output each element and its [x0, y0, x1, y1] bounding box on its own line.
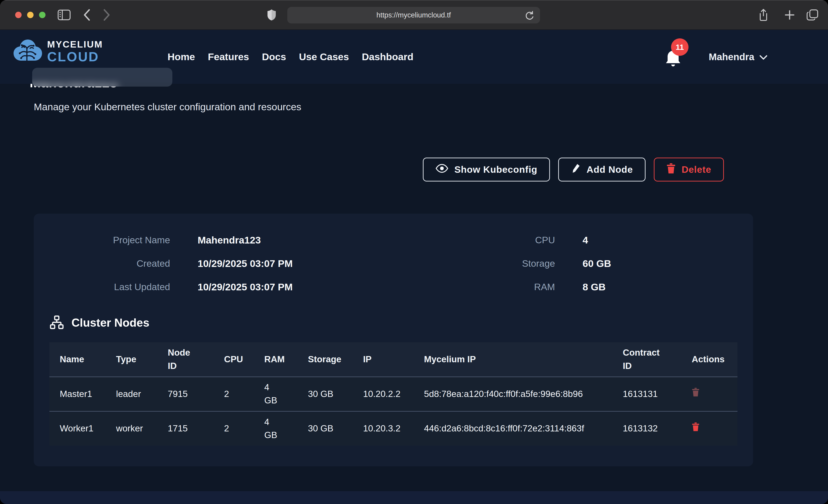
- col-ip: IP: [353, 342, 414, 377]
- nodes-table: Name Type Node ID CPU RAM Storage IP Myc…: [49, 342, 738, 446]
- node-storage: 30 GB: [298, 411, 353, 446]
- col-type: Type: [106, 342, 157, 377]
- show-kubeconfig-label: Show Kubeconfig: [454, 164, 537, 175]
- node-id: 7915: [157, 377, 214, 411]
- project-name-label: Project Name: [49, 228, 170, 252]
- user-name: Mahendra: [709, 51, 754, 62]
- delete-node-button[interactable]: [692, 387, 700, 397]
- cluster-actions: Show Kubeconfig Add Node: [34, 158, 724, 181]
- mycelium-cloud-logo-icon: [13, 38, 43, 65]
- node-name: Master1: [49, 377, 106, 411]
- node-ip: 10.20.2.2: [353, 377, 414, 411]
- node-cpu: 2: [214, 411, 254, 446]
- nav-link-features[interactable]: Features: [208, 51, 249, 62]
- address-bar[interactable]: https://myceliumcloud.tf: [287, 7, 540, 24]
- col-mycelium-ip: Mycelium IP: [414, 342, 613, 377]
- brand-top-text: MYCELIUM: [47, 40, 103, 49]
- col-actions: Actions: [681, 342, 738, 377]
- add-node-button[interactable]: Add Node: [558, 158, 646, 181]
- project-info: Project Name Mahendra123 CPU 4 Created 1…: [49, 228, 738, 299]
- node-storage: 30 GB: [298, 377, 353, 411]
- ram-value: 8 GB: [583, 275, 738, 299]
- node-id: 1715: [157, 411, 214, 446]
- storage-value: 60 GB: [583, 252, 738, 275]
- node-type: worker: [106, 411, 157, 446]
- user-menu[interactable]: Mahendra: [709, 30, 768, 84]
- browser-chrome: https://myceliumcloud.tf: [0, 0, 828, 30]
- node-actions: [681, 377, 738, 411]
- node-actions: [681, 411, 738, 446]
- tab-overview-icon[interactable]: [806, 0, 819, 30]
- col-storage: Storage: [298, 342, 353, 377]
- page-subtitle: Manage your Kubernetes cluster configura…: [34, 101, 828, 113]
- storage-label: Storage: [478, 252, 555, 275]
- created-value: 10/29/2025 03:07 PM: [198, 252, 450, 275]
- network-icon: [49, 315, 64, 330]
- node-contract-id: 1613131: [613, 377, 681, 411]
- nav-links: Home Features Docs Use Cases Dashboard: [168, 30, 413, 84]
- table-row: Worker1 worker 1715 2 4 GB 30 GB 10.20.3…: [49, 411, 738, 446]
- delete-cluster-button[interactable]: Delete: [654, 158, 724, 181]
- brand-logo[interactable]: MYCELIUM CLOUD: [13, 38, 103, 65]
- nav-link-dashboard[interactable]: Dashboard: [362, 51, 413, 62]
- col-node-id: Node ID: [157, 342, 214, 377]
- share-icon[interactable]: [758, 0, 769, 30]
- brand-wordmark: MYCELIUM CLOUD: [47, 40, 103, 64]
- brand-bottom-text: CLOUD: [47, 50, 103, 64]
- blurred-region: [32, 68, 172, 87]
- nav-link-use-cases[interactable]: Use Cases: [299, 51, 349, 62]
- browser-window: https://myceliumcloud.tf: [0, 0, 828, 504]
- new-tab-icon[interactable]: [784, 0, 795, 30]
- trash-icon: [666, 163, 676, 176]
- nav-link-home[interactable]: Home: [168, 51, 195, 62]
- delete-node-button[interactable]: [692, 422, 700, 432]
- address-bar-url: https://myceliumcloud.tf: [376, 11, 451, 19]
- close-window-button[interactable]: [15, 12, 22, 18]
- minimize-window-button[interactable]: [27, 12, 34, 18]
- page-content: Mahendra123 Manage your Kubernetes clust…: [0, 84, 828, 504]
- footer-strip: [0, 491, 828, 504]
- cluster-nodes-title: Cluster Nodes: [72, 316, 150, 329]
- zoom-window-button[interactable]: [39, 12, 45, 18]
- created-label: Created: [49, 252, 170, 275]
- reload-icon[interactable]: [525, 10, 534, 21]
- privacy-shield-icon[interactable]: [267, 0, 276, 30]
- node-mycelium-ip: 5d8:78ea:a120:f40c:ff0f:a5fe:99e6:8b96: [414, 377, 613, 411]
- node-name: Worker1: [49, 411, 106, 446]
- ram-label: RAM: [478, 275, 555, 299]
- delete-label: Delete: [681, 164, 711, 175]
- col-name: Name: [49, 342, 106, 377]
- forward-icon: [103, 0, 111, 30]
- add-node-label: Add Node: [586, 164, 633, 175]
- last-updated-value: 10/29/2025 03:07 PM: [198, 275, 450, 299]
- pencil-icon: [571, 163, 580, 176]
- node-type: leader: [106, 377, 157, 411]
- sidebar-toggle-icon[interactable]: [57, 0, 71, 30]
- cpu-value: 4: [583, 228, 738, 252]
- table-header-row: Name Type Node ID CPU RAM Storage IP Myc…: [49, 342, 738, 377]
- cluster-nodes-heading: Cluster Nodes: [49, 315, 738, 330]
- last-updated-label: Last Updated: [49, 275, 170, 299]
- nav-link-docs[interactable]: Docs: [262, 51, 286, 62]
- eye-icon: [436, 164, 448, 175]
- back-icon[interactable]: [83, 0, 90, 30]
- col-cpu: CPU: [214, 342, 254, 377]
- notifications-button[interactable]: 11: [662, 42, 692, 77]
- project-name-value: Mahendra123: [198, 228, 450, 252]
- col-ram: RAM: [254, 342, 298, 377]
- traffic-lights: [15, 12, 45, 18]
- notification-count-badge: 11: [671, 38, 689, 56]
- node-contract-id: 1613132: [613, 411, 681, 446]
- col-contract-id: Contract ID: [613, 342, 681, 377]
- node-ram: 4 GB: [254, 411, 298, 446]
- node-ram: 4 GB: [254, 377, 298, 411]
- node-mycelium-ip: 446:d2a6:8bcd:8c16:ff0f:72e2:3114:863f: [414, 411, 613, 446]
- chevron-down-icon: [759, 51, 768, 62]
- table-row: Master1 leader 7915 2 4 GB 30 GB 10.20.2…: [49, 377, 738, 411]
- node-cpu: 2: [214, 377, 254, 411]
- show-kubeconfig-button[interactable]: Show Kubeconfig: [423, 158, 550, 181]
- node-ip: 10.20.3.2: [353, 411, 414, 446]
- cluster-details-card: Project Name Mahendra123 CPU 4 Created 1…: [34, 214, 753, 466]
- cpu-label: CPU: [478, 228, 555, 252]
